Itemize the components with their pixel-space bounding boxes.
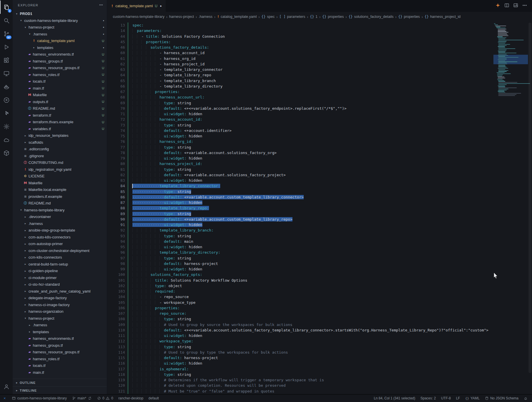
file-item[interactable]: ▰harness_resource_groups.tf (13, 349, 107, 356)
code-line-116[interactable]: 116 ui:widget: hidden (107, 361, 493, 366)
folder-item[interactable]: ▾PROD1 (13, 10, 107, 17)
code-line-62[interactable]: 62 - harness_project_id (107, 61, 493, 67)
folder-item[interactable]: ▾custom-harness-template-library● (13, 17, 107, 24)
search-button[interactable] (0, 14, 13, 27)
code-line-14[interactable]: 14 parameters: (107, 28, 493, 33)
folder-item[interactable]: ▸create_and_push_new_catalog_yaml (13, 288, 107, 295)
file-item[interactable]: ▰harness_roles.tf (13, 356, 107, 363)
code-line-69[interactable]: 69 type: string (107, 100, 493, 106)
status-eol[interactable]: LF (453, 395, 463, 402)
folder-item[interactable]: ▸.harness (13, 322, 107, 329)
status-git-branch[interactable]: main* (69, 395, 94, 402)
more-actions-button[interactable] (522, 3, 527, 9)
code-line-97[interactable]: 97 type: string (107, 255, 493, 261)
code-line-108[interactable]: 108 type: string (107, 316, 493, 322)
code-line-71[interactable]: 71 ui:widget: hidden (107, 111, 493, 117)
folder-item[interactable]: ▸ccm-auto-k8s-connectors (13, 234, 107, 241)
status-cursor-position[interactable]: Ln 84, Col 1 (341 selected) (371, 395, 418, 402)
status-encoding[interactable]: UTF-8 (438, 395, 453, 402)
file-item[interactable]: MMakefileU (13, 92, 107, 98)
code-line-121[interactable]: 121 # Must be "true" or "false" and wrap… (107, 388, 493, 394)
extensions-button[interactable] (0, 54, 13, 67)
section-outline[interactable]: ▸OUTLINE (13, 379, 107, 386)
code-line-100[interactable]: 100 solutions_factory_opts: (107, 272, 493, 277)
folder-item[interactable]: ▸ci-sto-hcr-standard (13, 281, 107, 288)
tab-modified-dot[interactable]: ● (160, 4, 162, 7)
code-line-63[interactable]: 63 - template_library_connector (107, 67, 493, 72)
status-language-mode[interactable]: {}YAML (463, 395, 482, 402)
file-item[interactable]: ≡providers.tf.example (13, 193, 107, 200)
folder-item[interactable]: ▸harness-ci-image-factory (13, 302, 107, 308)
folder-item[interactable]: ▸ci-golden-pipeline (13, 268, 107, 274)
tools-button[interactable] (0, 120, 13, 133)
packages-button[interactable] (0, 146, 13, 160)
code-line-68[interactable]: 68 harness_account_url: (107, 94, 493, 100)
run-debug-button[interactable] (0, 40, 13, 54)
file-item[interactable]: ▰main.tfU (13, 85, 107, 92)
folder-item[interactable]: ▸scaffolds (13, 139, 107, 146)
code-line-72[interactable]: 72 harness_account_id: (107, 117, 493, 122)
code-line-78[interactable]: 78 default: <+variable.account.solutions… (107, 150, 493, 156)
code-line-112[interactable]: 112 workspace_type: (107, 338, 493, 344)
file-item[interactable]: ⓘREADME.md (13, 200, 107, 207)
code-line-94[interactable]: 94 default: main (107, 239, 493, 244)
code-line-76[interactable]: 76 harness_org_id: (107, 139, 493, 144)
source-control-button[interactable]: 57 (0, 27, 13, 40)
editor-scrollbar[interactable] (528, 22, 532, 394)
code-line-81[interactable]: 81 type: string (107, 167, 493, 172)
code-line-84[interactable]: 84············template_library_connector… (107, 183, 493, 189)
cloud-button[interactable] (0, 133, 13, 146)
file-item[interactable]: ▰terraform.tfvars.exampleU (13, 119, 107, 126)
folder-item[interactable]: ▸templates (13, 329, 107, 335)
file-item[interactable]: ▰harness_environments.tfU (13, 51, 107, 58)
file-item[interactable]: ©LICENSE (13, 173, 107, 180)
file-item[interactable]: ▰terraform.tfU (13, 112, 107, 119)
status-indentation[interactable]: Spaces: 2 (418, 395, 438, 402)
code-line-93[interactable]: 93 type: string (107, 233, 493, 239)
code-line-74[interactable]: 74 default: <+account.identifier> (107, 128, 493, 133)
status-workspace[interactable]: custom-harness-template-library (9, 395, 69, 402)
code-line-13[interactable]: 13spec: (107, 22, 493, 28)
code-line-73[interactable]: 73 type: string (107, 122, 493, 128)
code-line-114[interactable]: 114 # Used to group by type the workspac… (107, 350, 493, 355)
file-item[interactable]: ▰locals.tfU (13, 78, 107, 85)
code-line-79[interactable]: 79 ui:widget: hidden (107, 156, 493, 161)
remote-explorer-button[interactable] (0, 67, 13, 80)
code-line-120[interactable]: 120 # deleted upon completion. Resources… (107, 383, 493, 388)
code-line-82[interactable]: 82 default: <+variable.account.solutions… (107, 172, 493, 178)
status-remote-indicator[interactable] (0, 395, 9, 402)
file-item[interactable]: ⓘCONTRIBUTING.md (13, 159, 107, 166)
scrollbar-thumb[interactable] (529, 23, 531, 373)
folder-item[interactable]: ▸central-build-farm-setup (13, 261, 107, 268)
code-line-90[interactable]: 90··············default: <+variable.acco… (107, 217, 493, 222)
code-line-61[interactable]: 61 - harness_org_id (107, 56, 493, 61)
section-timeline[interactable]: ▸TIMELINE (13, 386, 107, 394)
file-item[interactable]: !idp_registration_mgr.yaml (13, 166, 107, 173)
account-button[interactable] (0, 380, 13, 393)
code-line-85[interactable]: 85··············type: string (107, 189, 493, 194)
code-line-88[interactable]: 88············template_library_repo: (107, 205, 493, 211)
status-profile[interactable]: default (146, 395, 162, 402)
code-line-117[interactable]: 117 is_ephemeral: (107, 366, 493, 372)
breadcrumb-item[interactable]: {}1 (310, 15, 318, 19)
code-line-75[interactable]: 75 ui:widget: hidden (107, 133, 493, 139)
code-line-96[interactable]: 96 template_library_directory: (107, 250, 493, 255)
folder-item[interactable]: ▸ccm-k8s-connectors (13, 254, 107, 261)
status-rancher-desktop[interactable]: rancher-desktop (116, 395, 146, 402)
tab-catalog-template-yaml[interactable]: ! catalog_template.yaml U ● (107, 0, 166, 12)
code-line-106[interactable]: 106 properties: (107, 305, 493, 311)
code-line-98[interactable]: 98 default: harness-project (107, 261, 493, 266)
folder-item[interactable]: ▾harness-project● (13, 24, 107, 31)
file-item[interactable]: ▰locals.tf (13, 362, 107, 369)
folder-item[interactable]: ▾harness-template-library (13, 207, 107, 214)
code-line-119[interactable]: 119 # Determines if the workflow will tr… (107, 377, 493, 383)
status-notifications[interactable] (521, 395, 530, 402)
folder-item[interactable]: ▸harness-organization (13, 308, 107, 315)
folder-item[interactable]: ▸ccm-cluster-orchestrator-deployment (13, 247, 107, 254)
code-line-109[interactable]: 109 # Used to group by source the worksp… (107, 322, 493, 327)
code-line-45[interactable]: 45 properties: (107, 39, 493, 45)
customize-layout-button[interactable] (513, 3, 518, 9)
code-line-77[interactable]: 77 type: string (107, 145, 493, 150)
status-problems[interactable]: 00 (94, 395, 116, 402)
code-line-67[interactable]: 67 properties: (107, 89, 493, 94)
